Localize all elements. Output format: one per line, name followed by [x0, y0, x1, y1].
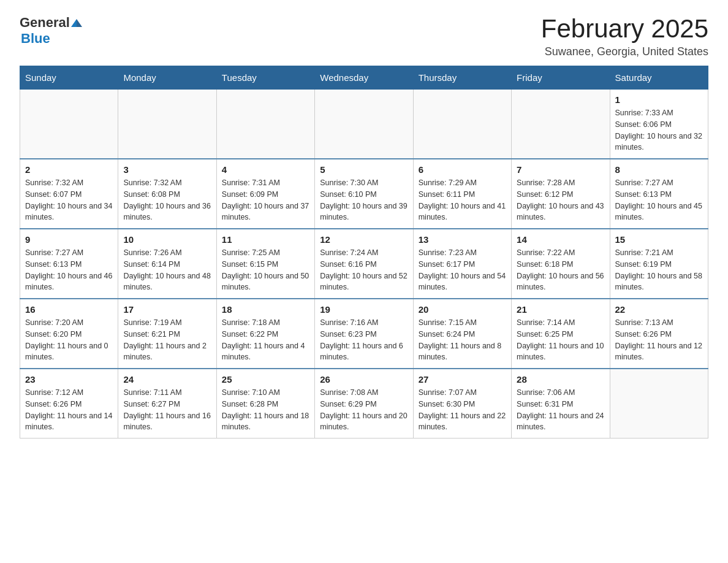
day-number: 28	[517, 374, 604, 385]
calendar-day-cell: 5Sunrise: 7:30 AM Sunset: 6:10 PM Daylig…	[315, 159, 413, 229]
day-info: Sunrise: 7:16 AM Sunset: 6:23 PM Dayligh…	[320, 317, 408, 363]
calendar-day-cell: 1Sunrise: 7:33 AM Sunset: 6:06 PM Daylig…	[610, 90, 708, 159]
day-number: 15	[615, 234, 703, 245]
day-number: 5	[320, 164, 408, 175]
calendar-day-cell: 17Sunrise: 7:19 AM Sunset: 6:21 PM Dayli…	[118, 299, 216, 369]
day-number: 23	[25, 374, 113, 385]
logo-general-text: General	[20, 15, 70, 31]
calendar-day-cell: 2Sunrise: 7:32 AM Sunset: 6:07 PM Daylig…	[20, 159, 118, 229]
calendar-week-row: 23Sunrise: 7:12 AM Sunset: 6:26 PM Dayli…	[20, 369, 708, 439]
calendar-day-cell	[512, 90, 610, 159]
calendar-week-row: 2Sunrise: 7:32 AM Sunset: 6:07 PM Daylig…	[20, 159, 708, 229]
calendar-day-cell: 11Sunrise: 7:25 AM Sunset: 6:15 PM Dayli…	[216, 229, 314, 299]
day-info: Sunrise: 7:33 AM Sunset: 6:06 PM Dayligh…	[615, 107, 703, 153]
day-number: 14	[517, 234, 604, 245]
calendar-day-cell: 24Sunrise: 7:11 AM Sunset: 6:27 PM Dayli…	[118, 369, 216, 439]
day-info: Sunrise: 7:25 AM Sunset: 6:15 PM Dayligh…	[222, 247, 309, 293]
calendar-day-cell: 9Sunrise: 7:27 AM Sunset: 6:13 PM Daylig…	[20, 229, 118, 299]
day-number: 1	[615, 94, 703, 105]
calendar-day-cell: 21Sunrise: 7:14 AM Sunset: 6:25 PM Dayli…	[512, 299, 610, 369]
day-info: Sunrise: 7:18 AM Sunset: 6:22 PM Dayligh…	[222, 317, 309, 363]
day-number: 6	[419, 164, 506, 175]
day-info: Sunrise: 7:30 AM Sunset: 6:10 PM Dayligh…	[320, 177, 408, 223]
day-info: Sunrise: 7:11 AM Sunset: 6:27 PM Dayligh…	[123, 387, 211, 433]
day-number: 7	[517, 164, 604, 175]
day-info: Sunrise: 7:24 AM Sunset: 6:16 PM Dayligh…	[320, 247, 408, 293]
calendar-week-row: 9Sunrise: 7:27 AM Sunset: 6:13 PM Daylig…	[20, 229, 708, 299]
day-info: Sunrise: 7:29 AM Sunset: 6:11 PM Dayligh…	[419, 177, 506, 223]
calendar-day-cell: 26Sunrise: 7:08 AM Sunset: 6:29 PM Dayli…	[315, 369, 413, 439]
day-number: 26	[320, 374, 408, 385]
day-number: 24	[123, 374, 211, 385]
day-number: 18	[222, 304, 309, 315]
calendar-day-cell: 18Sunrise: 7:18 AM Sunset: 6:22 PM Dayli…	[216, 299, 314, 369]
day-info: Sunrise: 7:27 AM Sunset: 6:13 PM Dayligh…	[25, 247, 113, 293]
day-number: 17	[123, 304, 211, 315]
day-number: 3	[123, 164, 211, 175]
calendar-header-row: SundayMondayTuesdayWednesdayThursdayFrid…	[20, 66, 708, 90]
calendar-day-cell: 7Sunrise: 7:28 AM Sunset: 6:12 PM Daylig…	[512, 159, 610, 229]
calendar-day-cell: 8Sunrise: 7:27 AM Sunset: 6:13 PM Daylig…	[610, 159, 708, 229]
calendar-day-header: Saturday	[610, 66, 708, 90]
day-info: Sunrise: 7:32 AM Sunset: 6:08 PM Dayligh…	[123, 177, 211, 223]
calendar-day-cell	[118, 90, 216, 159]
day-number: 19	[320, 304, 408, 315]
calendar-day-cell: 6Sunrise: 7:29 AM Sunset: 6:11 PM Daylig…	[413, 159, 511, 229]
calendar-day-cell: 16Sunrise: 7:20 AM Sunset: 6:20 PM Dayli…	[20, 299, 118, 369]
calendar-day-cell: 28Sunrise: 7:06 AM Sunset: 6:31 PM Dayli…	[512, 369, 610, 439]
day-info: Sunrise: 7:15 AM Sunset: 6:24 PM Dayligh…	[419, 317, 506, 363]
day-number: 11	[222, 234, 309, 245]
month-year-title: February 2025	[541, 15, 708, 43]
day-number: 13	[419, 234, 506, 245]
day-number: 9	[25, 234, 113, 245]
day-number: 16	[25, 304, 113, 315]
calendar-day-header: Thursday	[413, 66, 511, 90]
day-info: Sunrise: 7:26 AM Sunset: 6:14 PM Dayligh…	[123, 247, 211, 293]
calendar-day-cell: 12Sunrise: 7:24 AM Sunset: 6:16 PM Dayli…	[315, 229, 413, 299]
day-info: Sunrise: 7:10 AM Sunset: 6:28 PM Dayligh…	[222, 387, 309, 433]
day-number: 21	[517, 304, 604, 315]
day-info: Sunrise: 7:19 AM Sunset: 6:21 PM Dayligh…	[123, 317, 211, 363]
day-number: 4	[222, 164, 309, 175]
day-info: Sunrise: 7:14 AM Sunset: 6:25 PM Dayligh…	[517, 317, 604, 363]
logo: General Blue	[20, 15, 82, 47]
day-info: Sunrise: 7:06 AM Sunset: 6:31 PM Dayligh…	[517, 387, 604, 433]
day-info: Sunrise: 7:27 AM Sunset: 6:13 PM Dayligh…	[615, 177, 703, 223]
calendar-day-cell: 4Sunrise: 7:31 AM Sunset: 6:09 PM Daylig…	[216, 159, 314, 229]
calendar-week-row: 1Sunrise: 7:33 AM Sunset: 6:06 PM Daylig…	[20, 90, 708, 159]
day-number: 27	[419, 374, 506, 385]
day-info: Sunrise: 7:07 AM Sunset: 6:30 PM Dayligh…	[419, 387, 506, 433]
calendar-day-cell: 10Sunrise: 7:26 AM Sunset: 6:14 PM Dayli…	[118, 229, 216, 299]
day-number: 2	[25, 164, 113, 175]
day-number: 22	[615, 304, 703, 315]
calendar-day-cell: 13Sunrise: 7:23 AM Sunset: 6:17 PM Dayli…	[413, 229, 511, 299]
calendar-day-header: Friday	[512, 66, 610, 90]
day-info: Sunrise: 7:28 AM Sunset: 6:12 PM Dayligh…	[517, 177, 604, 223]
calendar-day-cell: 14Sunrise: 7:22 AM Sunset: 6:18 PM Dayli…	[512, 229, 610, 299]
logo-triangle-icon	[71, 19, 77, 27]
day-info: Sunrise: 7:13 AM Sunset: 6:26 PM Dayligh…	[615, 317, 703, 363]
calendar-day-cell: 20Sunrise: 7:15 AM Sunset: 6:24 PM Dayli…	[413, 299, 511, 369]
calendar-table: SundayMondayTuesdayWednesdayThursdayFrid…	[20, 66, 708, 439]
day-info: Sunrise: 7:22 AM Sunset: 6:18 PM Dayligh…	[517, 247, 604, 293]
calendar-day-cell	[315, 90, 413, 159]
calendar-day-cell	[610, 369, 708, 439]
calendar-day-cell: 15Sunrise: 7:21 AM Sunset: 6:19 PM Dayli…	[610, 229, 708, 299]
day-info: Sunrise: 7:20 AM Sunset: 6:20 PM Dayligh…	[25, 317, 113, 363]
day-number: 10	[123, 234, 211, 245]
day-number: 25	[222, 374, 309, 385]
calendar-day-cell: 27Sunrise: 7:07 AM Sunset: 6:30 PM Dayli…	[413, 369, 511, 439]
day-info: Sunrise: 7:08 AM Sunset: 6:29 PM Dayligh…	[320, 387, 408, 433]
calendar-day-header: Tuesday	[216, 66, 314, 90]
day-number: 8	[615, 164, 703, 175]
logo-triangle2-icon	[77, 19, 82, 27]
calendar-day-cell	[413, 90, 511, 159]
calendar-day-cell	[216, 90, 314, 159]
calendar-day-header: Sunday	[20, 66, 118, 90]
day-info: Sunrise: 7:31 AM Sunset: 6:09 PM Dayligh…	[222, 177, 309, 223]
calendar-day-cell: 25Sunrise: 7:10 AM Sunset: 6:28 PM Dayli…	[216, 369, 314, 439]
calendar-day-header: Monday	[118, 66, 216, 90]
calendar-day-cell: 22Sunrise: 7:13 AM Sunset: 6:26 PM Dayli…	[610, 299, 708, 369]
day-number: 20	[419, 304, 506, 315]
calendar-day-cell	[20, 90, 118, 159]
